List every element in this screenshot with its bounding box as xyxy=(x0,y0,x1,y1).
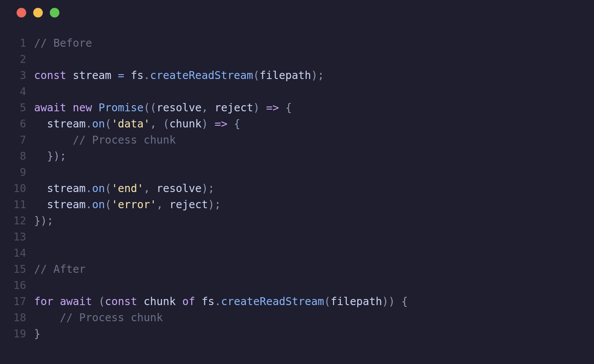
token: // Before xyxy=(34,37,92,49)
code-editor[interactable]: 1// Before23const stream = fs.createRead… xyxy=(0,22,594,342)
token: stream xyxy=(34,182,86,195)
code-line[interactable]: 13 xyxy=(0,229,594,245)
token: }); xyxy=(34,150,66,162)
token: new xyxy=(73,101,92,114)
token: . xyxy=(86,198,92,211)
code-line[interactable]: 19} xyxy=(0,326,594,342)
code-line[interactable]: 17for await (const chunk of fs.createRea… xyxy=(0,293,594,309)
token: ( xyxy=(324,295,331,308)
code-line[interactable]: 2 xyxy=(0,51,594,67)
code-content[interactable]: }); xyxy=(34,148,66,164)
token: await xyxy=(60,295,92,308)
token: reject xyxy=(214,101,253,114)
token: . xyxy=(144,69,150,82)
token: // After xyxy=(34,263,86,275)
zoom-icon[interactable] xyxy=(50,8,59,17)
code-line[interactable]: 14 xyxy=(0,245,594,261)
code-content[interactable]: stream.on('error', reject); xyxy=(34,196,221,213)
token: . xyxy=(86,182,92,195)
line-number: 12 xyxy=(0,213,34,229)
line-number: 16 xyxy=(0,277,34,293)
token: ); xyxy=(202,182,215,195)
token: filepath xyxy=(331,295,382,308)
code-line[interactable]: 11 stream.on('error', reject); xyxy=(0,196,594,213)
token: 'end' xyxy=(111,182,144,195)
line-number: 10 xyxy=(0,180,34,196)
minimize-icon[interactable] xyxy=(33,8,43,17)
line-number: 19 xyxy=(0,326,34,342)
token: ( xyxy=(105,182,111,195)
code-line[interactable]: 1// Before xyxy=(0,35,594,51)
token xyxy=(66,101,73,114)
token: on xyxy=(92,182,105,195)
token xyxy=(53,295,60,308)
token: await xyxy=(34,101,66,114)
token: , xyxy=(144,182,157,195)
code-content[interactable]: // Process chunk xyxy=(34,309,163,326)
token: , xyxy=(202,101,215,114)
token: (( xyxy=(144,101,157,114)
token: const xyxy=(105,295,137,308)
token: ) xyxy=(202,117,215,130)
line-number: 7 xyxy=(0,132,34,148)
token: chunk xyxy=(137,295,182,308)
code-line[interactable]: 15// After xyxy=(0,261,594,277)
line-number: 11 xyxy=(0,196,34,213)
line-number: 3 xyxy=(0,67,34,83)
token: reject xyxy=(169,198,208,211)
token: const xyxy=(34,69,66,82)
code-line[interactable]: 7 // Process chunk xyxy=(0,132,594,148)
token: ( xyxy=(92,295,105,308)
token: 'data' xyxy=(111,117,150,130)
token: ); xyxy=(311,69,324,82)
line-number: 18 xyxy=(0,309,34,326)
token: }); xyxy=(34,214,53,227)
code-content[interactable]: // Before xyxy=(34,35,92,51)
code-line[interactable]: 3const stream = fs.createReadStream(file… xyxy=(0,67,594,83)
code-line[interactable]: 6 stream.on('data', (chunk) => { xyxy=(0,116,594,132)
code-line[interactable]: 16 xyxy=(0,277,594,293)
token: } xyxy=(34,327,41,340)
token: . xyxy=(214,295,221,308)
token: ) xyxy=(253,101,266,114)
code-line[interactable]: 8 }); xyxy=(0,148,594,164)
code-line[interactable]: 9 xyxy=(0,164,594,180)
line-number: 5 xyxy=(0,100,34,116)
line-number: 4 xyxy=(0,83,34,100)
token: chunk xyxy=(169,117,202,130)
token: // Process chunk xyxy=(60,311,163,324)
titlebar xyxy=(0,0,594,22)
line-number: 8 xyxy=(0,148,34,164)
code-line[interactable]: 12}); xyxy=(0,213,594,229)
code-content[interactable]: // Process chunk xyxy=(34,132,176,148)
token: )) { xyxy=(382,295,408,308)
code-content[interactable]: const stream = fs.createReadStream(filep… xyxy=(34,67,324,83)
code-content[interactable]: stream.on('end', resolve); xyxy=(34,180,214,196)
code-content[interactable]: // After xyxy=(34,261,86,277)
token: = xyxy=(118,69,124,82)
token: => xyxy=(266,101,279,114)
token: => xyxy=(214,117,228,130)
token: ); xyxy=(208,198,221,211)
token: . xyxy=(86,117,92,130)
token: on xyxy=(92,198,105,211)
token: of xyxy=(182,295,195,308)
token: stream xyxy=(66,69,118,82)
code-line[interactable]: 5await new Promise((resolve, reject) => … xyxy=(0,100,594,116)
token: createReadStream xyxy=(221,295,324,308)
code-content[interactable]: stream.on('data', (chunk) => { xyxy=(34,116,240,132)
line-number: 9 xyxy=(0,164,34,180)
code-line[interactable]: 18 // Process chunk xyxy=(0,309,594,326)
line-number: 15 xyxy=(0,261,34,277)
token: ( xyxy=(253,69,260,82)
code-content[interactable]: }); xyxy=(34,213,53,229)
code-content[interactable]: await new Promise((resolve, reject) => { xyxy=(34,100,292,116)
code-line[interactable]: 10 stream.on('end', resolve); xyxy=(0,180,594,196)
code-content[interactable]: for await (const chunk of fs.createReadS… xyxy=(34,293,408,309)
token: 'error' xyxy=(111,198,156,211)
code-line[interactable]: 4 xyxy=(0,83,594,100)
line-number: 1 xyxy=(0,35,34,51)
line-number: 14 xyxy=(0,245,34,261)
code-content[interactable]: } xyxy=(34,326,41,342)
close-icon[interactable] xyxy=(17,8,26,17)
